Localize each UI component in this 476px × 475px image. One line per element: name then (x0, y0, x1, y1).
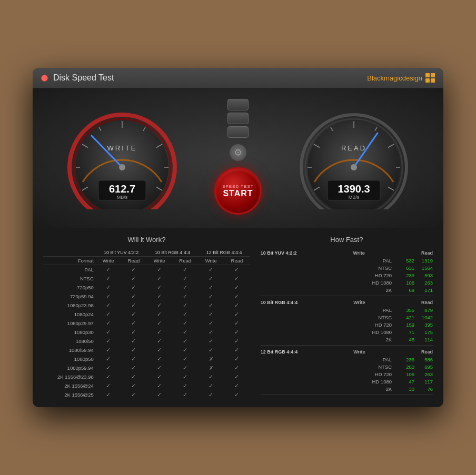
table-row: 720p59.94✓✓✓✓✓✓ (43, 292, 250, 301)
app-title: Disk Speed Test (53, 73, 114, 83)
list-item: PAL355879 (261, 306, 433, 314)
list-item: HD 720159395 (261, 321, 433, 328)
col-header-format: Format (43, 257, 96, 265)
format-btn-2[interactable] (227, 113, 249, 124)
app-window: Disk Speed Test Blackmagicdesign (33, 68, 443, 407)
how-fast-content: 10 Bit YUV 4:2:2WriteReadPAL5321319NTSC6… (261, 249, 433, 395)
table-row: 2K 1556@25✓✓✓✓✓✓ (43, 390, 250, 399)
list-item: HD 1080106263 (261, 279, 433, 286)
start-button-label: START (223, 189, 253, 198)
list-item: 2K3076 (261, 385, 433, 392)
brand-name: Blackmagicdesign (367, 74, 422, 82)
table-row: 1080p30✓✓✓✓✓✓ (43, 328, 250, 337)
settings-icon[interactable]: ⚙ (230, 144, 246, 161)
close-button[interactable] (41, 75, 48, 82)
how-fast-title: How Fast? (261, 236, 433, 244)
list-item: HD 720106263 (261, 370, 433, 378)
start-button-label-small: SPEED TEST (222, 184, 254, 189)
table-row: 2K 1556@23.98✓✓✓✓✓✓ (43, 372, 250, 381)
svg-text:MB/s: MB/s (117, 195, 128, 200)
fast-group-header: 10 Bit YUV 4:2:2WriteRead (261, 249, 433, 257)
list-item: NTSC6311564 (261, 264, 433, 271)
svg-point-13 (119, 164, 125, 170)
svg-text:WRITE: WRITE (107, 144, 137, 152)
table-row: 1080p23.98✓✓✓✓✓✓ (43, 301, 250, 310)
list-item: PAL5321319 (261, 257, 433, 264)
write-gauge-svg: 612.7 MB/s WRITE (48, 104, 196, 209)
fast-group-header: 12 Bit RGB 4:4:4WriteRead (261, 348, 433, 356)
svg-text:1390.3: 1390.3 (338, 183, 370, 195)
col-header-w1: Write (96, 257, 121, 265)
data-section: Will it Work? 10 Bit YUV 4:2:2 10 Bit RG… (33, 228, 443, 407)
read-gauge-svg: 1390.3 MB/s READ (280, 104, 428, 209)
col-header-r1: Read (121, 257, 147, 265)
will-it-work-panel: Will it Work? 10 Bit YUV 4:2:2 10 Bit RG… (43, 236, 250, 399)
title-bar: Disk Speed Test Blackmagicdesign (33, 68, 443, 88)
table-row: 1080p24✓✓✓✓✓✓ (43, 310, 250, 319)
svg-point-31 (351, 164, 357, 170)
list-item: PAL236586 (261, 356, 433, 363)
svg-text:MB/s: MB/s (349, 195, 360, 200)
format-btn-3[interactable] (227, 126, 249, 138)
format-btn-1[interactable] (227, 99, 249, 110)
list-item: NTSC280695 (261, 363, 433, 370)
center-controls: ⚙ SPEED TEST START (214, 99, 262, 215)
format-buttons (227, 99, 249, 138)
list-item: HD 108071175 (261, 328, 433, 336)
gauge-section: 612.7 MB/s WRITE ⚙ SPEED TEST START (33, 88, 443, 228)
table-row: 1080i50✓✓✓✓✓✓ (43, 337, 250, 346)
table-row: 1080p50✓✓✓✓✗✓ (43, 355, 250, 363)
list-item: 2K46114 (261, 336, 433, 343)
list-item: 2K69171 (261, 286, 433, 294)
table-row: 720p50✓✓✓✓✓✓ (43, 283, 250, 292)
table-row: 2K 1556@24✓✓✓✓✓✓ (43, 381, 250, 390)
table-row: 1080p29.97✓✓✓✓✓✓ (43, 319, 250, 328)
table-row: NTSC✓✓✓✓✓✓ (43, 274, 250, 283)
start-button[interactable]: SPEED TEST START (214, 167, 262, 215)
col-header-r3: Read (224, 257, 250, 265)
read-gauge: 1390.3 MB/s READ (280, 104, 428, 209)
how-fast-panel: How Fast? 10 Bit YUV 4:2:2WriteReadPAL53… (261, 236, 433, 399)
col-header-w2: Write (146, 257, 172, 265)
work-table: 10 Bit YUV 4:2:2 10 Bit RGB 4:4:4 12 Bit… (43, 249, 250, 399)
table-row: 1080i59.94✓✓✓✓✓✓ (43, 346, 250, 355)
fast-group-header: 10 Bit RGB 4:4:4WriteRead (261, 298, 433, 306)
brand-logo: Blackmagicdesign (367, 73, 435, 83)
will-it-work-title: Will it Work? (43, 236, 250, 244)
table-row: PAL✓✓✓✓✓✓ (43, 265, 250, 275)
list-item: NTSC4211042 (261, 314, 433, 321)
col-header-r2: Read (172, 257, 199, 265)
brand-icon (425, 73, 435, 83)
list-item: HD 720239593 (261, 271, 433, 279)
col-header-w3: Write (199, 257, 224, 265)
svg-text:READ: READ (341, 144, 366, 152)
table-row: 1080p59.94✓✓✓✓✗✓ (43, 363, 250, 372)
list-item: HD 108047117 (261, 378, 433, 385)
svg-text:612.7: 612.7 (109, 183, 135, 195)
write-gauge: 612.7 MB/s WRITE (48, 104, 196, 209)
